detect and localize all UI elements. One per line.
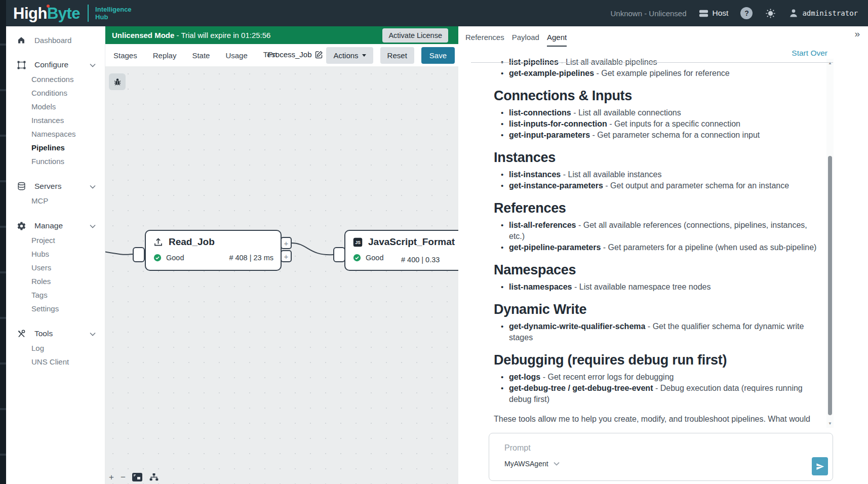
tool-list: list-namespaces - List available namespa…: [494, 281, 817, 293]
sidebar-item-users[interactable]: Users: [6, 261, 105, 274]
tool-list-item: list-pipelines - List all available pipe…: [509, 59, 817, 68]
tab-state[interactable]: State: [192, 51, 210, 60]
tool-list-item: get-instance-parameters - Get output and…: [509, 180, 817, 191]
tab-agent[interactable]: Agent: [547, 33, 567, 47]
activate-license-button[interactable]: Activate License: [382, 28, 448, 43]
canvas-zoom-toolbar: + −: [109, 473, 159, 481]
debug-run-button[interactable]: [109, 73, 126, 90]
add-stage-connector-bottom[interactable]: +: [281, 250, 292, 262]
actions-dropdown-button[interactable]: Actions: [326, 47, 373, 64]
tab-payload[interactable]: Payload: [512, 33, 539, 46]
database-icon: [16, 181, 26, 191]
collapse-panel-icon[interactable]: »: [854, 28, 860, 39]
sidebar-item-namespaces[interactable]: Namespaces: [6, 127, 105, 141]
sidebar-group-label: Servers: [34, 182, 61, 191]
edit-pencil-icon[interactable]: [315, 51, 323, 61]
input-connector-read-job[interactable]: [133, 247, 145, 262]
pipeline-canvas[interactable]: Read_Job Good # 408 | 23 ms + + JS JavaS…: [105, 66, 458, 484]
user-menu[interactable]: administrator: [788, 8, 858, 18]
reset-button[interactable]: Reset: [380, 47, 414, 64]
top-header: HighByte Intelligence Hub Unknown - Unli…: [0, 0, 868, 26]
sidebar-item-project[interactable]: Project: [6, 233, 105, 247]
host-label: Host: [713, 9, 729, 18]
sidebar-item-hubs[interactable]: Hubs: [6, 247, 105, 261]
chat-section-heading: Connections & Inputs: [494, 87, 817, 104]
fit-view-icon[interactable]: [132, 473, 142, 481]
tool-list-item: list-all-references - Get all available …: [509, 220, 817, 242]
sidebar-item-instances[interactable]: Instances: [6, 113, 105, 127]
agent-chat-message: list-pipelines - List all available pipe…: [458, 59, 826, 424]
sidebar-item-mcp[interactable]: MCP: [6, 194, 105, 208]
stage-stats: # 408 | 23 ms: [229, 254, 273, 262]
theme-sun-icon[interactable]: [765, 8, 776, 19]
stage-node-read-job[interactable]: Read_Job Good # 408 | 23 ms: [145, 230, 282, 271]
chevron-down-icon: [90, 60, 96, 69]
sidebar-item-models[interactable]: Models: [6, 100, 105, 113]
tool-list-item: get-debug-tree / get-debug-tree-event - …: [509, 383, 817, 405]
chat-scrollbar[interactable]: ▲ ▼: [826, 59, 834, 428]
tool-name: get-input-parameters: [509, 131, 590, 139]
tool-name: get-debug-tree / get-debug-tree-event: [509, 384, 653, 392]
tab-references[interactable]: References: [465, 33, 504, 46]
scroll-down-arrow[interactable]: ▼: [826, 421, 834, 426]
start-over-link[interactable]: Start Over: [792, 49, 827, 58]
sidebar-item-log[interactable]: Log: [6, 341, 105, 355]
chat-section-heading: Instances: [494, 149, 817, 166]
brand-dot: [47, 5, 50, 8]
sidebar-item-uns-client[interactable]: UNS Client: [6, 355, 105, 369]
vector-square-icon: [16, 60, 26, 70]
scroll-up-arrow[interactable]: ▲: [826, 61, 834, 65]
tool-list-item: list-inputs-for-connection - Get inputs …: [509, 118, 817, 130]
tab-test-pipeline-name[interactable]: Test Process_Job: [263, 50, 322, 60]
sidebar-group-configure[interactable]: Configure: [6, 57, 105, 72]
agent-selector[interactable]: MyAWSAgent: [504, 460, 833, 468]
help-icon[interactable]: ?: [740, 7, 753, 19]
tool-list: get-logs - Get recent error logs for deb…: [494, 372, 817, 405]
agent-name: MyAWSAgent: [504, 460, 548, 468]
tab-stages[interactable]: Stages: [113, 51, 137, 60]
tab-replay[interactable]: Replay: [153, 51, 177, 60]
server-icon: [699, 9, 708, 18]
sidebar-item-dashboard[interactable]: Dashboard: [6, 33, 105, 47]
sidebar-item-pipelines[interactable]: Pipelines: [6, 141, 105, 154]
sidebar-group-label: Manage: [34, 221, 63, 230]
chat-section-heading: Debugging (requires debug run first): [494, 351, 817, 369]
brand-high: High: [13, 5, 47, 22]
send-prompt-button[interactable]: [812, 457, 828, 475]
add-stage-connector-top[interactable]: +: [281, 237, 292, 249]
actions-label: Actions: [333, 51, 358, 60]
tab-usage[interactable]: Usage: [225, 51, 247, 60]
sidebar-item-connections[interactable]: Connections: [6, 72, 105, 86]
pipeline-name: Process_Job: [268, 50, 312, 59]
tool-name: get-dynamic-write-qualifier-schema: [509, 322, 645, 331]
app-window: HighByte Intelligence Hub Unknown - Unli…: [0, 0, 868, 484]
sidebar-item-conditions[interactable]: Conditions: [6, 86, 105, 100]
save-button[interactable]: Save: [421, 47, 455, 64]
sidebar-item-tags[interactable]: Tags: [6, 288, 105, 302]
sidebar-group-tools[interactable]: Tools: [6, 326, 105, 341]
host-menu[interactable]: Host: [699, 9, 729, 18]
prompt-input-box[interactable]: Prompt MyAWSAgent: [489, 433, 833, 481]
status-text: Good: [166, 254, 184, 262]
zoom-out-button[interactable]: −: [121, 473, 126, 481]
product-name: Intelligence Hub: [95, 6, 132, 21]
highbyte-logo: HighByte Intelligence Hub: [13, 5, 132, 22]
chat-section-heading: Dynamic Write: [494, 301, 817, 318]
auto-layout-icon[interactable]: [149, 473, 159, 481]
brand-wordmark: HighByte: [13, 6, 80, 21]
tool-name: list-all-references: [509, 221, 576, 229]
sidebar-item-settings[interactable]: Settings: [6, 302, 105, 315]
tool-name: list-inputs-for-connection: [509, 119, 607, 128]
sidebar-item-roles[interactable]: Roles: [6, 274, 105, 288]
scrollbar-thumb[interactable]: [828, 156, 832, 415]
sidebar-group-manage[interactable]: Manage: [6, 218, 105, 233]
username-text: administrator: [802, 9, 858, 17]
stage-node-javascript-format[interactable]: JS JavaScript_Format Good # 400 | 0.33: [344, 230, 458, 271]
input-connector-javascript-format[interactable]: [333, 247, 345, 262]
sidebar-item-functions[interactable]: Functions: [6, 154, 105, 168]
sidebar-group-servers[interactable]: Servers: [6, 179, 105, 194]
tool-list-item: get-example-pipelines - Get example pipe…: [509, 68, 817, 79]
zoom-in-button[interactable]: +: [109, 473, 114, 481]
prompt-placeholder: Prompt: [504, 443, 833, 453]
product-line2: Hub: [95, 13, 132, 21]
